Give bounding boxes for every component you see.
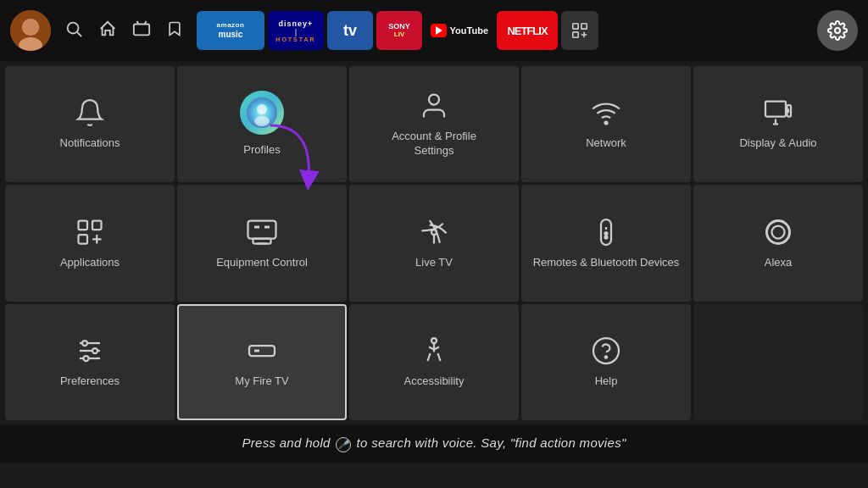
alexa-label: Alexa	[765, 256, 793, 270]
tile-alexa[interactable]: Alexa	[693, 185, 863, 301]
notifications-label: Notifications	[60, 136, 120, 151]
svg-point-14	[257, 104, 267, 114]
tile-empty	[693, 304, 863, 420]
accessibility-label: Accessibility	[404, 374, 465, 389]
display-audio-label: Display & Audio	[739, 136, 816, 151]
gear-icon	[827, 20, 848, 41]
tile-display-audio[interactable]: Display & Audio	[693, 66, 863, 182]
tile-remotes-bluetooth[interactable]: Remotes & Bluetooth Devices	[521, 185, 691, 301]
svg-point-39	[92, 348, 97, 353]
svg-point-12	[835, 28, 840, 33]
applications-label: Applications	[60, 256, 120, 270]
avatar[interactable]	[10, 10, 51, 51]
svg-point-3	[23, 19, 38, 35]
person-icon	[419, 91, 449, 121]
wifi-icon	[591, 97, 621, 128]
profiles-label: Profiles	[243, 143, 280, 158]
tile-equipment-control[interactable]: Equipment Control	[177, 185, 347, 301]
remotes-bluetooth-label: Remotes & Bluetooth Devices	[533, 256, 680, 270]
alexa-ring-icon	[763, 217, 793, 247]
bookmark-icon[interactable]	[166, 19, 183, 42]
svg-rect-9	[573, 24, 578, 29]
sliders-icon	[75, 336, 105, 366]
svg-point-15	[254, 116, 270, 126]
svg-rect-11	[573, 32, 578, 37]
tile-preferences[interactable]: Preferences	[5, 304, 175, 420]
antenna-icon	[419, 217, 449, 247]
tile-help[interactable]: Help	[521, 304, 691, 420]
svg-rect-18	[765, 102, 786, 117]
network-label: Network	[586, 136, 626, 151]
app-youtube[interactable]: YouTube	[426, 11, 493, 50]
svg-line-5	[77, 32, 81, 36]
search-icon[interactable]	[64, 19, 83, 42]
settings-grid: Notifications Profiles	[0, 61, 868, 425]
svg-point-43	[431, 338, 437, 343]
tile-account-profile[interactable]: Account & Profile Settings	[349, 66, 519, 182]
tile-network[interactable]: Network	[521, 66, 691, 182]
nav-apps: amazon music disney+ | HOTSTAR tv SONY L…	[197, 11, 812, 50]
my-fire-tv-label: My Fire TV	[235, 374, 288, 389]
app-disney-hotstar[interactable]: disney+ | HOTSTAR	[268, 11, 324, 50]
mic-icon: 🎤	[336, 437, 351, 452]
tv-display-icon	[247, 217, 277, 247]
tile-my-fire-tv[interactable]: My Fire TV	[177, 304, 347, 420]
svg-rect-6	[134, 24, 149, 35]
svg-point-44	[593, 338, 619, 363]
nav-bar: amazon music disney+ | HOTSTAR tv SONY L…	[0, 0, 868, 61]
remote-icon	[591, 217, 621, 247]
svg-point-16	[429, 94, 439, 104]
svg-rect-21	[92, 220, 102, 230]
svg-point-40	[84, 356, 89, 361]
svg-rect-41	[249, 346, 275, 356]
svg-point-33	[767, 220, 790, 243]
svg-point-34	[772, 225, 785, 238]
profile-avatar-icon	[240, 91, 284, 135]
app-amazon-music[interactable]: amazon music	[197, 11, 264, 50]
account-profile-label: Account & Profile Settings	[379, 130, 489, 158]
app-sony-liv[interactable]: SONY LIV	[376, 11, 422, 50]
bell-icon	[75, 97, 105, 128]
tile-live-tv[interactable]: Live TV	[349, 185, 519, 301]
grid-icon	[570, 21, 589, 40]
hint-bar: Press and hold 🎤 to search with voice. S…	[0, 425, 868, 463]
svg-rect-20	[79, 220, 88, 230]
svg-point-17	[605, 122, 608, 125]
svg-rect-10	[581, 24, 587, 29]
home-icon[interactable]	[98, 19, 117, 42]
monitor-speaker-icon	[763, 97, 793, 128]
nav-icons	[64, 19, 183, 42]
app-more-grid[interactable]	[561, 11, 598, 50]
svg-point-32	[605, 236, 608, 238]
svg-point-4	[68, 22, 79, 33]
hint-text: Press and hold 🎤 to search with voice. S…	[242, 435, 626, 452]
settings-button[interactable]	[817, 10, 858, 51]
help-circle-icon	[591, 336, 621, 366]
svg-point-38	[82, 341, 87, 346]
live-tv-label: Live TV	[415, 256, 453, 270]
tile-notifications[interactable]: Notifications	[5, 66, 175, 182]
apps-grid-icon	[75, 217, 105, 247]
preferences-label: Preferences	[60, 374, 120, 389]
svg-point-45	[605, 356, 607, 358]
tile-profiles[interactable]: Profiles	[177, 66, 347, 182]
avatar-image	[10, 10, 51, 51]
tile-applications[interactable]: Applications	[5, 185, 175, 301]
svg-rect-22	[79, 235, 88, 244]
svg-point-31	[605, 232, 608, 235]
app-netflix[interactable]: NETFLIX	[497, 11, 558, 50]
tv-icon[interactable]	[132, 19, 151, 42]
help-label: Help	[595, 374, 618, 389]
tile-accessibility[interactable]: Accessibility	[349, 304, 519, 420]
fire-tv-box-icon	[247, 336, 277, 366]
svg-rect-23	[248, 220, 276, 238]
equipment-control-label: Equipment Control	[216, 256, 308, 270]
app-tata-play[interactable]: tv	[327, 11, 373, 50]
accessibility-person-icon	[419, 336, 449, 366]
